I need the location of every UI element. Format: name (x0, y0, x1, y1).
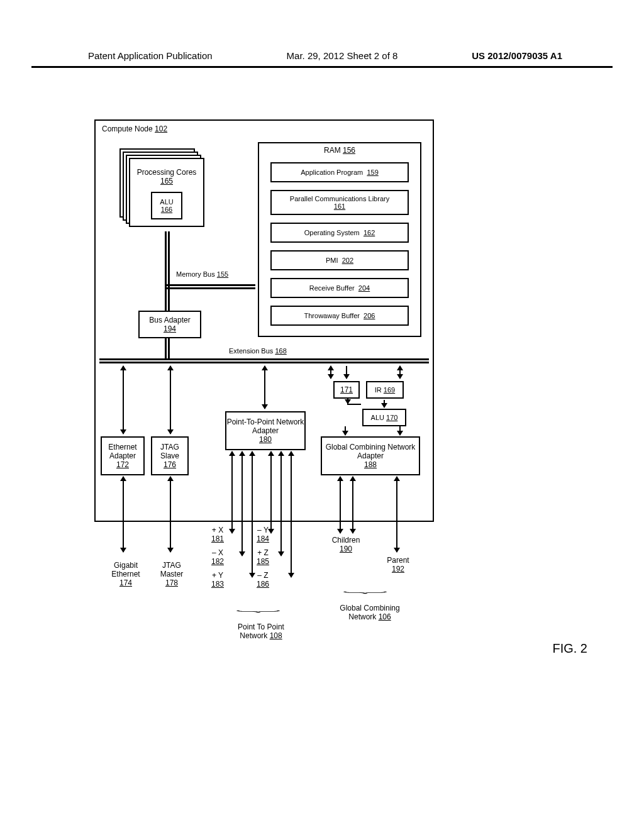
mz-label: – Z186 (257, 571, 269, 589)
brace-ptp: ⏟ (236, 600, 280, 614)
ram-box: RAM 156 Application Program 159 Parallel… (258, 142, 421, 337)
page-header: Patent Application Publication Mar. 29, … (31, 0, 613, 68)
gcn-adapter: Global Combining Network Adapter 188 (321, 436, 420, 475)
memory-bus-hline (165, 284, 255, 289)
arrow-children1 (340, 477, 341, 533)
memory-bus-vline2 (165, 338, 170, 358)
ram-item-app: Application Program 159 (270, 162, 409, 182)
ram-item-throw: Throwaway Buffer 206 (270, 306, 409, 326)
arrow-jtag-master (170, 477, 171, 552)
arrow-171-gcn (345, 426, 346, 435)
arrow-171-up (330, 366, 331, 379)
alu-box: ALU 166 (151, 192, 182, 219)
p2p-adapter: Point-To-Point Network Adapter 180 (225, 411, 306, 450)
header-center: Mar. 29, 2012 Sheet 2 of 8 (287, 50, 398, 61)
ir-box: IR 169 (366, 381, 404, 399)
arrow-ir-alu (384, 400, 385, 407)
arrow-alu-gcn (399, 426, 401, 435)
arrow-p2p (264, 366, 265, 409)
px-label: + X181 (211, 526, 224, 543)
header-right: US 2012/0079035 A1 (472, 50, 562, 61)
gcn-net-label: Global Combining Network 106 (338, 604, 401, 621)
arrow-171-alu-v (347, 399, 348, 404)
ram-item-recv: Receive Buffer 204 (270, 278, 409, 298)
header-left: Patent Application Publication (88, 50, 213, 61)
memory-bus-vline (165, 231, 170, 311)
alu2-box: ALU 170 (362, 409, 406, 426)
eth-adapter: Ethernet Adapter 172 (101, 436, 145, 475)
diagram: Compute Node 102 Processing Cores 165 AL… (94, 119, 447, 698)
ram-item-pmi: PMI 202 (270, 250, 409, 270)
my-label: – Y184 (257, 526, 269, 543)
arrow-ir-down (346, 366, 347, 379)
parent-label: Parent192 (382, 556, 414, 573)
processing-cores-front: Processing Cores 165 ALU 166 (129, 158, 204, 227)
cores-label: Processing Cores (137, 168, 197, 177)
arrow-eth (123, 366, 124, 434)
arrow-gigabit (123, 477, 124, 552)
arrow-mz (291, 451, 292, 577)
gigabit-label: Gigabit Ethernet174 (107, 561, 145, 587)
compute-node-label: Compute Node 102 (102, 124, 167, 133)
brace-gcn: ⏟ (343, 582, 387, 595)
arrow-mx (242, 451, 243, 556)
arrow-ir-right (399, 366, 401, 379)
processing-cores: Processing Cores 165 ALU 166 (119, 148, 201, 224)
arrow-py (252, 451, 253, 577)
arrow-jtag (170, 366, 171, 434)
jtag-master-label: JTAG Master178 (156, 561, 187, 587)
mx-label: – X182 (211, 548, 224, 566)
ptp-net-label: Point To Point Network 108 (226, 622, 296, 640)
ram-item-os: Operating System 162 (270, 223, 409, 243)
arrow-children2 (352, 477, 353, 533)
py-label: + Y183 (211, 571, 224, 589)
reg-171: 171 (333, 381, 360, 399)
arrow-pz (280, 451, 282, 556)
extension-bus-label: Extension Bus 168 (229, 347, 287, 355)
bus-adapter-box: Bus Adapter 194 (138, 311, 201, 338)
figure-label: FIG. 2 (552, 641, 587, 656)
ram-label: RAM 156 (324, 146, 355, 155)
arrow-my (270, 451, 272, 533)
extension-bus-line (99, 358, 429, 363)
ram-item-parcom: Parallel Communications Library 161 (270, 190, 409, 215)
cores-ref: 165 (160, 177, 173, 185)
arrow-px (231, 451, 233, 533)
children-label: Children190 (327, 536, 365, 553)
arrow-parent (396, 477, 397, 552)
jtag-slave: JTAG Slave 176 (151, 436, 189, 475)
pz-label: + Z185 (257, 548, 269, 566)
memory-bus-label: Memory Bus 155 (176, 270, 228, 278)
